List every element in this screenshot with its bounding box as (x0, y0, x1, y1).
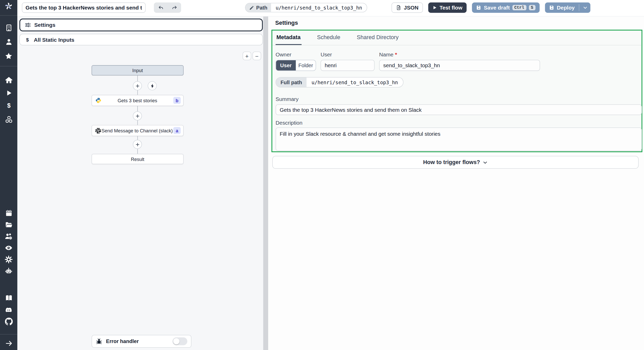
all-static-inputs-button[interactable]: $ All Static Inputs (19, 34, 263, 45)
flow-node-step-b[interactable]: Gets 3 best stories b (92, 95, 184, 106)
sidebar-item-groups[interactable] (5, 232, 13, 241)
flow-title-input[interactable] (22, 3, 146, 13)
full-path-label: Full path (276, 78, 307, 87)
user-input[interactable] (320, 60, 375, 71)
sidebar-item-resources[interactable] (5, 115, 13, 123)
redo-button[interactable] (167, 3, 181, 13)
redo-icon (171, 5, 177, 10)
sidebar-item-variables[interactable]: $ (5, 101, 13, 110)
plus-icon (135, 113, 140, 119)
sidebar-item-workspace[interactable] (5, 23, 13, 32)
name-label: Name * (379, 52, 540, 58)
arrow-right-icon (5, 339, 12, 347)
tab-shared-directory[interactable]: Shared Directory (356, 31, 400, 45)
svg-text:$: $ (26, 37, 29, 42)
topbar: Path u/henri/send_to_slack_top3_hn JSON … (17, 0, 644, 16)
sidebar-item-favorites[interactable] (5, 52, 13, 60)
flow-graph-panel: Settings $ All Static Inputs + − Input G… (17, 16, 263, 350)
sidebar-item-runs[interactable] (5, 89, 13, 97)
add-trigger-button[interactable] (148, 81, 157, 90)
full-path-chip: Full path u/henri/send_to_slack_top3_hn (276, 77, 403, 87)
sidebar-item-settings[interactable] (5, 255, 13, 263)
owner-field: Owner User Folder (276, 52, 316, 71)
error-handler-node[interactable]: Error handler (92, 335, 192, 348)
play-icon (433, 5, 437, 10)
add-step-button[interactable] (133, 140, 142, 149)
how-to-trigger-button[interactable]: How to trigger flows? (272, 156, 639, 169)
owner-toggle-folder[interactable]: Folder (296, 60, 316, 71)
path-chip-value: u/henri/send_to_slack_top3_hn (271, 3, 367, 12)
flow-node-step-a[interactable]: Send Message to Channel (slack) a (92, 125, 184, 136)
test-flow-button[interactable]: Test flow (428, 3, 467, 13)
sidebar-expand-button[interactable] (5, 339, 13, 347)
slack-icon (95, 128, 101, 133)
add-step-button[interactable] (133, 111, 142, 120)
name-input[interactable] (379, 60, 540, 71)
sidebar: $ (0, 0, 17, 350)
name-field: Name * (379, 52, 540, 71)
step-badge: a (173, 127, 181, 134)
sidebar-item-user[interactable] (5, 38, 13, 46)
zoom-out-button[interactable]: − (252, 52, 261, 60)
user-label: User (320, 52, 375, 58)
json-button[interactable]: JSON (392, 3, 423, 13)
sidebar-item-home[interactable] (5, 76, 13, 84)
sidebar-item-workers[interactable] (5, 267, 13, 275)
flow-node-result[interactable]: Result (92, 154, 184, 164)
settings-panel: Settings Metadata Schedule Shared Direct… (268, 16, 644, 350)
windmill-flow-editor: $ (0, 0, 644, 350)
flow-node-input[interactable]: Input (92, 65, 184, 75)
path-chip[interactable]: Path u/henri/send_to_slack_top3_hn (245, 3, 367, 12)
owner-toggle-user[interactable]: User (276, 60, 296, 71)
flow-settings-button[interactable]: Settings (19, 19, 263, 31)
error-handler-label: Error handler (106, 338, 169, 344)
sidebar-item-docs[interactable] (5, 294, 13, 302)
sidebar-divider (0, 66, 17, 66)
step-label: Gets 3 best stories (101, 98, 173, 103)
toggle-knob (173, 338, 180, 344)
windmill-logo-icon (5, 2, 13, 11)
eye-icon (5, 244, 13, 252)
sidebar-item-discord[interactable] (5, 306, 13, 314)
users-gear-icon (5, 232, 13, 241)
settings-tabs: Metadata Schedule Shared Directory (272, 31, 641, 46)
undo-redo-group (154, 3, 181, 13)
python-icon (95, 97, 101, 104)
panel-scrollbar[interactable] (263, 16, 268, 350)
folder-icon (5, 221, 12, 229)
topbar-actions: JSON Test flow Save draft Ctrl S Deploy (392, 3, 590, 13)
discord-icon (5, 306, 13, 314)
calendar-icon (5, 209, 12, 217)
summary-input[interactable] (276, 104, 642, 115)
user-field: User (320, 52, 375, 71)
plus-icon (135, 142, 140, 147)
save-icon (549, 5, 554, 10)
sidebar-divider (0, 334, 17, 335)
sidebar-item-schedules[interactable] (5, 209, 13, 217)
deploy-button[interactable]: Deploy (545, 3, 590, 13)
description-textarea[interactable]: Fill in your Slack resource & channel an… (276, 127, 642, 151)
lightning-icon (150, 83, 155, 89)
add-step-button[interactable] (133, 81, 142, 90)
tab-metadata[interactable]: Metadata (276, 31, 301, 45)
sidebar-item-audit-logs[interactable] (5, 244, 13, 252)
dollar-icon: $ (5, 102, 12, 109)
gear-icon (5, 255, 13, 263)
tab-schedule[interactable]: Schedule (316, 31, 341, 45)
sidebar-item-home-logo[interactable] (5, 2, 13, 10)
settings-heading: Settings (275, 19, 298, 26)
json-file-icon (396, 5, 401, 10)
sidebar-item-github[interactable] (5, 317, 13, 326)
save-draft-button[interactable]: Save draft Ctrl S (472, 3, 540, 13)
chevron-down-icon[interactable] (582, 5, 588, 10)
robot-icon (5, 267, 13, 275)
error-handler-toggle[interactable] (172, 337, 187, 345)
sidebar-item-folders[interactable] (5, 221, 13, 229)
step-badge: b (173, 97, 181, 104)
svg-text:$: $ (7, 102, 11, 109)
star-icon (5, 52, 13, 60)
settings-metadata-box: Metadata Schedule Shared Directory Owner… (272, 30, 642, 152)
kbd-ctrl: Ctrl (512, 5, 526, 10)
zoom-in-button[interactable]: + (243, 52, 251, 60)
undo-button[interactable] (154, 3, 167, 13)
